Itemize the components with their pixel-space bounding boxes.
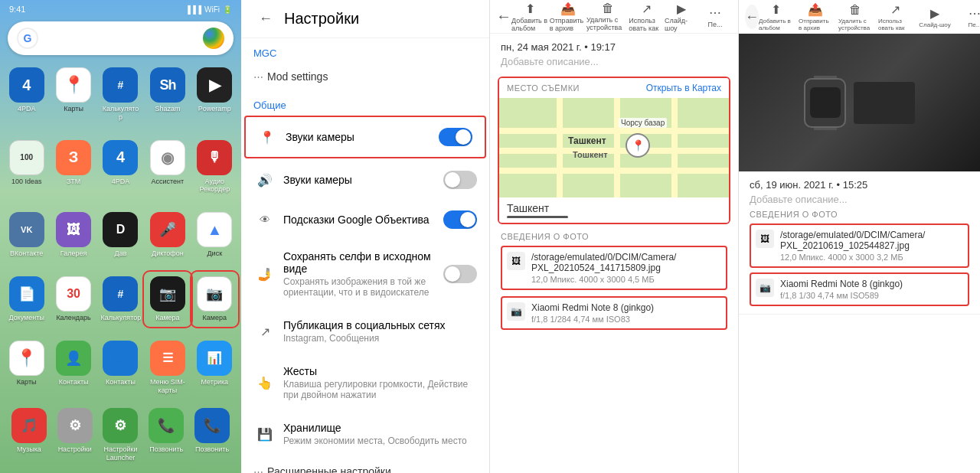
app-4pda[interactable]: 4 4PDA (5, 64, 48, 125)
app-docs[interactable]: 📄 Документы (5, 273, 48, 325)
app-100ideas[interactable]: 100 100 Ideas (5, 137, 48, 197)
geotags-toggle[interactable] (439, 128, 472, 146)
open-in-maps-link[interactable]: Открыть в Картах (646, 83, 721, 93)
app-etm[interactable]: З ЗТМ (51, 137, 95, 197)
app-camera1[interactable]: 📷 Камера (145, 273, 189, 325)
app-4pda2[interactable]: 4 4PDA (99, 137, 142, 197)
app-vk[interactable]: VK ВКонтакте (5, 209, 48, 261)
gallery-more[interactable]: ⋯ Пе... (958, 6, 980, 28)
gallery-use-as[interactable]: ↗ Использ овать как (878, 2, 912, 31)
gallery-add-album[interactable]: ⬆ Добавить в альбом (759, 2, 792, 31)
dock-music[interactable]: 🎵 Музыка (6, 405, 52, 465)
map-city-toshkent: Тошкент (573, 150, 608, 159)
settings-item-gestures[interactable]: 👆 Жесты Клавиша регулировки громкости, Д… (241, 354, 489, 411)
gallery-back-button[interactable]: ← (745, 5, 759, 29)
app-camera2[interactable]: 📷 Камера (193, 273, 237, 325)
sounds-toggle[interactable] (443, 171, 477, 189)
gallery-delete[interactable]: 🗑 Удалить с устройства (838, 3, 872, 31)
app-disk[interactable]: ▲ Диск (193, 209, 237, 261)
toolbar-add-album[interactable]: ⬆ Добавить в альбом (511, 2, 550, 32)
gallery-photo-description[interactable]: Добавьте описание... (750, 194, 969, 205)
toolbar-slideshow[interactable]: ▶ Слайд-шоу (665, 2, 698, 32)
toolbar-more[interactable]: ⋯ Пе... (698, 5, 732, 28)
dock-phone1[interactable]: 📞 Позвонить (143, 405, 189, 465)
gallery-send-archive[interactable]: 📤 Отправить в архив (799, 2, 832, 31)
app-assistant[interactable]: ◉ Ассистент (145, 137, 189, 197)
app-label-calc2: Калькулятор (100, 314, 140, 322)
gallery-slideshow[interactable]: ▶ Слайд-шоу (918, 6, 952, 28)
settings-item-storage[interactable]: 💾 Хранилище Режим экономии места, Освобо… (241, 411, 489, 457)
app-maps[interactable]: 📍 Карты (51, 64, 95, 125)
gallery-file-details: 12,0 Мпикс. 4000 x 3000 3,2 МБ (780, 253, 963, 262)
app-calc2[interactable]: # Калькулятор (99, 273, 142, 325)
app-audio[interactable]: 🎙 Аудио Рекордер (193, 137, 237, 197)
gallery-camera-model: Xiaomi Redmi Note 8 (ginkgo) (780, 279, 963, 289)
toolbar-use-as[interactable]: ↗ Использ овать как (629, 2, 665, 32)
photo-metadata: пн, 24 мая 2021 г. • 19:17 Добавьте опис… (490, 34, 738, 72)
app-dav[interactable]: D Дав (99, 209, 142, 261)
map-road-v2 (614, 98, 620, 197)
dock-phone2[interactable]: 📞 Позвонить (189, 405, 235, 465)
app-metrics[interactable]: 📊 Метрика (193, 338, 237, 398)
app-label-calc: Калькулято р (100, 105, 140, 122)
settings-list: MGC ⋯ Mod settings Общие 📍 Звуки камеры … (241, 38, 489, 473)
selfie-toggle[interactable] (443, 265, 477, 283)
lens-toggle[interactable] (443, 210, 477, 229)
pin-icon: 📍 (632, 139, 645, 152)
gallery-use-as-label: Использ овать как (878, 18, 912, 31)
google-search-bar[interactable]: G (8, 21, 234, 55)
settings-dots-advanced[interactable]: ⋯ Расширенные настройки (241, 457, 489, 473)
app-label-contacts1: Контакты (59, 378, 89, 387)
settings-dots-menu[interactable]: ⋯ Mod settings (241, 62, 489, 90)
app-icon-settings: ⚙ (57, 408, 93, 443)
settings-item-selfie[interactable]: 🤳 Сохранять селфи в исходном виде Сохран… (241, 240, 489, 308)
app-menu-sim[interactable]: ☰ Меню SIM-карты (145, 338, 189, 398)
dock-settings[interactable]: ⚙ Настройки (52, 405, 98, 465)
map-location-pin: 📍 (626, 133, 650, 158)
app-icon-phone1: 📞 (149, 408, 184, 443)
photo-date: пн, 24 мая 2021 г. • 19:17 (501, 41, 727, 53)
settings-title: Настройки (284, 10, 359, 28)
more-label: Пе... (708, 21, 723, 28)
map-view[interactable]: Ташкент Тошкент 📍 Чорсу базар (499, 98, 729, 197)
dock-launcher[interactable]: ⚙ Настройки Launcher (98, 405, 144, 465)
toolbar-delete[interactable]: 🗑 Удалить с устройства (586, 2, 629, 31)
delete-label: Удалить с устройства (586, 16, 629, 31)
photo-description[interactable]: Добавьте описание... (501, 56, 727, 67)
lens-title: Подсказки Google Объектива (283, 214, 443, 226)
app-label-maps2: Карты (17, 378, 37, 387)
app-gallery[interactable]: 🖼 Галерея (51, 209, 95, 261)
gallery-camera-info-row: 📷 Xiaomi Redmi Note 8 (ginkgo) f/1,8 1/3… (750, 272, 969, 306)
app-label-etm: ЗТМ (67, 178, 80, 186)
gallery-image (739, 34, 980, 171)
app-calc[interactable]: # Калькулято р (99, 64, 142, 125)
geotags-content: Звуки камеры (286, 131, 439, 143)
gallery-header: ← ⬆ Добавить в альбом 📤 Отправить в архи… (739, 0, 980, 34)
app-maps2[interactable]: 📍 Карты (5, 338, 48, 398)
app-shazam[interactable]: Sh Shazam (145, 64, 189, 125)
use-as-label: Использ овать как (629, 17, 665, 32)
settings-item-lens[interactable]: 👁 Подсказки Google Объектива (241, 200, 489, 240)
home-screen: 9:41 ▐▐▐ WiFi 🔋 G 4 4PDA 📍 Карты # Кальк… (0, 0, 241, 473)
app-icon-camera1: 📷 (150, 276, 185, 312)
settings-item-social[interactable]: ↗ Публикация в социальных сетях Instagra… (241, 308, 489, 354)
app-label-dictor: Диктофон (152, 250, 184, 258)
app-calendar[interactable]: 30 Календарь (51, 273, 95, 325)
gallery-send-archive-icon: 📤 (808, 2, 823, 17)
app-label-phone2: Позвонить (195, 445, 229, 454)
app-contacts1[interactable]: 👤 Контакты (51, 338, 95, 398)
google-assistant-icon[interactable] (203, 28, 224, 49)
app-contacts2[interactable]: 👤 Контакты (99, 338, 142, 398)
photo-back-button[interactable]: ← (496, 8, 511, 25)
gallery-add-album-label: Добавить в альбом (759, 18, 792, 31)
gallery-delete-label: Удалить с устройства (838, 18, 872, 31)
settings-item-geotags[interactable]: 📍 Звуки камеры (244, 116, 486, 158)
dots-icon: ⋯ (253, 71, 263, 83)
app-dictor[interactable]: 🎤 Диктофон (145, 209, 189, 261)
toggle-knob-sounds (445, 172, 460, 188)
toolbar-send-archive[interactable]: 📤 Отправить в архив (550, 2, 586, 32)
app-poweramp[interactable]: ▶ Poweramp (193, 64, 237, 125)
app-icon-4pda2: 4 (103, 140, 138, 175)
settings-item-sounds[interactable]: 🔊 Звуки камеры (241, 160, 489, 200)
settings-back-button[interactable]: ← (253, 7, 278, 31)
